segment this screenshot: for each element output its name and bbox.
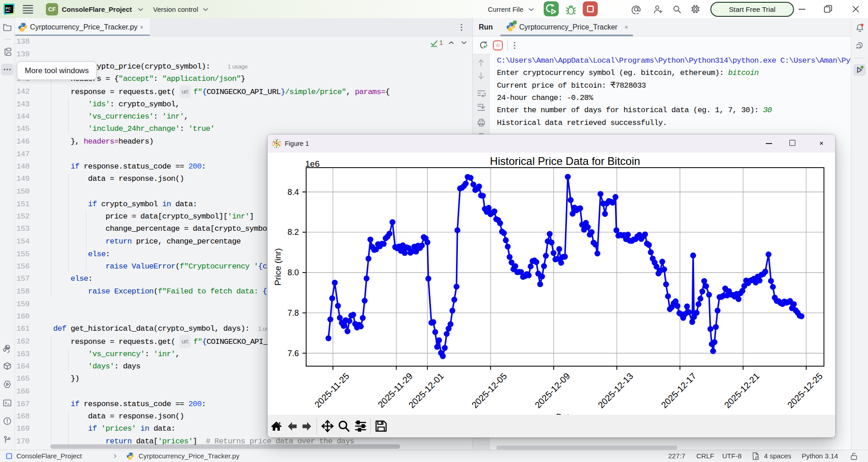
svg-text:7.6: 7.6 (288, 349, 299, 358)
svg-text:1e6: 1e6 (305, 159, 320, 169)
svg-text:8.0: 8.0 (288, 268, 299, 277)
svg-text:Historical Price Data for Bitc: Historical Price Data for Bitcoin (490, 155, 640, 167)
svg-text:PC: PC (6, 6, 11, 10)
svg-text:8.4: 8.4 (288, 188, 299, 197)
svg-text:7.8: 7.8 (288, 308, 299, 318)
svg-text:8.2: 8.2 (288, 228, 299, 237)
svg-text:Price (inr): Price (inr) (273, 248, 283, 285)
